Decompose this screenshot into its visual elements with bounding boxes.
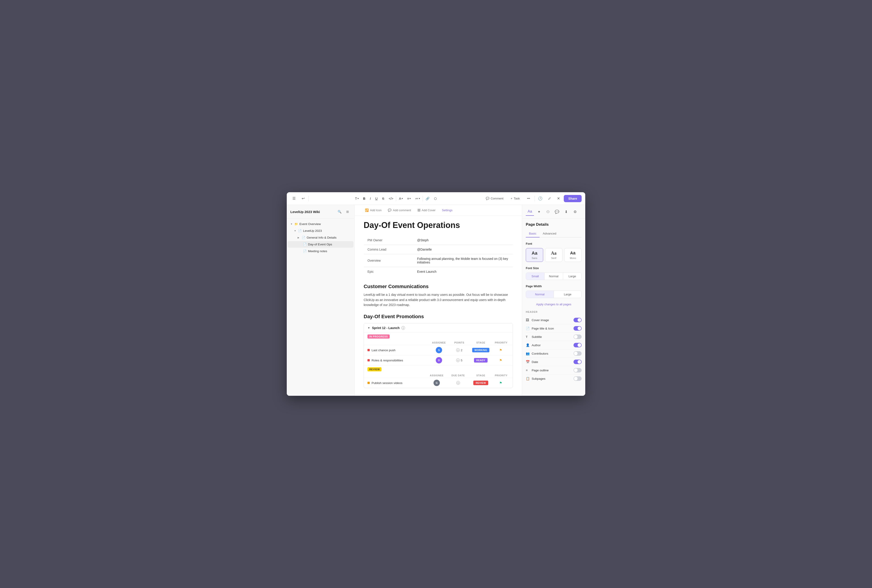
- page-width-normal[interactable]: Normal: [526, 291, 554, 298]
- sprint-block: ▼ Sprint 12 - Launch ℹ IN PROGRESS ASSIG…: [364, 323, 513, 388]
- toggle-switch-date[interactable]: [574, 360, 581, 364]
- more-icon: •••: [527, 197, 530, 200]
- align-button[interactable]: ≡ ▾: [406, 196, 412, 201]
- toggle-switch-cover-image[interactable]: [574, 318, 581, 322]
- sprint-name: Sprint 12 - Launch: [372, 326, 400, 330]
- sidebar-item-day-of-event[interactable]: 📄 Day-of Event Ops: [288, 241, 354, 248]
- page-outline-icon: ≡: [526, 368, 530, 372]
- text-tool-button[interactable]: T ▾: [353, 196, 361, 201]
- task-dot-red: [367, 349, 370, 351]
- task-assignee-cell-3: G: [426, 380, 448, 386]
- main-layout: LevelUp 2023 Wiki 🔍 ⊞ ▼ 📁 Event Overview…: [287, 205, 585, 396]
- toggle-switch-subtitle[interactable]: [574, 334, 581, 339]
- add-icon-label: Add Icon: [370, 208, 382, 212]
- color-button[interactable]: A ▾: [397, 196, 405, 201]
- stage-badge: WORKING: [472, 348, 489, 352]
- font-size-small[interactable]: Small: [526, 273, 545, 280]
- font-option-mono[interactable]: Aa Mono: [564, 248, 581, 262]
- section1-text: LevelUp will be a 1 day virtual event to…: [364, 292, 513, 308]
- share-button[interactable]: Share: [564, 195, 581, 202]
- comment-button[interactable]: 💬 Comment: [483, 195, 506, 201]
- back-button[interactable]: ↩: [300, 195, 307, 202]
- toggle-switch-page-title[interactable]: [574, 326, 581, 331]
- subtitle-icon: T: [526, 335, 530, 339]
- add-comment-button[interactable]: 💬 Add comment: [387, 208, 412, 213]
- add-icon-button[interactable]: 🔁 Add Icon: [364, 208, 383, 213]
- toggle-label-subtitle: T Subtitle: [526, 335, 542, 339]
- task-button[interactable]: + Task: [508, 195, 522, 201]
- toggle-switch-subpages[interactable]: [574, 376, 581, 381]
- add-cover-button[interactable]: 🖼 Add Cover: [416, 208, 437, 213]
- page-content: Day-Of Event Operations PM Owner @Steph …: [355, 216, 522, 396]
- task-label: Task: [514, 197, 520, 200]
- sprint-info-icon[interactable]: ℹ: [402, 326, 405, 330]
- panel-tab-advanced[interactable]: Advanced: [539, 230, 559, 237]
- italic-button[interactable]: I: [368, 196, 373, 201]
- media-button[interactable]: ⬡: [432, 196, 439, 201]
- underline-button[interactable]: U: [374, 196, 379, 201]
- panel-magic-button[interactable]: ✦: [535, 208, 543, 216]
- font-size-normal[interactable]: Normal: [545, 273, 563, 280]
- add-cover-icon: 🖼: [418, 208, 420, 212]
- link-button[interactable]: 🔗: [424, 196, 431, 201]
- sidebar-item-meeting-notes[interactable]: 📄 Meeting notes: [288, 248, 354, 254]
- history-button[interactable]: 🕐: [536, 195, 544, 202]
- chevron-down-icon-2: ▼: [294, 230, 297, 232]
- list-button[interactable]: ≔ ▾: [414, 196, 422, 201]
- font-size-large[interactable]: Large: [563, 273, 581, 280]
- page-width-large[interactable]: Large: [554, 291, 581, 298]
- add-cover-label: Add Cover: [422, 208, 436, 212]
- bold-button[interactable]: B: [361, 196, 367, 201]
- toolbar-right: 💬 Comment + Task ••• 🕐 ⤢ ✕ Share: [483, 195, 581, 202]
- doc-icon: 📄: [298, 229, 302, 232]
- sidebar-header-icons: 🔍 ⊞: [336, 208, 351, 215]
- panel-tabs: Basic Advanced: [526, 230, 581, 237]
- sidebar-layout-button[interactable]: ⊞: [345, 208, 351, 215]
- col-stage-2: STAGE: [468, 374, 493, 377]
- strikethrough-button[interactable]: S: [381, 196, 386, 201]
- settings-button[interactable]: Settings: [440, 208, 454, 213]
- panel-content: Page Details Basic Advanced Font Aa Sans…: [522, 219, 585, 386]
- task-priority-cell-2: ⚑: [493, 358, 509, 362]
- sidebar-item-event-overview[interactable]: ▼ 📁 Event Overview: [288, 221, 354, 227]
- panel-tab-basic[interactable]: Basic: [526, 230, 539, 237]
- task-name-2: Roles & responsibilities: [372, 358, 403, 362]
- panel-collab-button[interactable]: ⚇: [544, 208, 552, 216]
- toolbar-divider-2: [396, 196, 396, 201]
- font-size-label: Font Size: [526, 266, 581, 270]
- sidebar-item-general-info[interactable]: ▶ 📄 General Info & Details: [288, 234, 354, 241]
- panel-comment-button[interactable]: 💬: [553, 208, 561, 216]
- col-assignee-2: ASSIGNEE: [426, 374, 448, 377]
- panel-text-style-button[interactable]: Aa: [526, 208, 534, 216]
- toggle-label-contributors: 👥 Contributors: [526, 352, 548, 355]
- sidebar-search-button[interactable]: 🔍: [336, 208, 343, 215]
- table-row: Comms Lead @Danielle: [364, 245, 513, 254]
- task-columns-header: ASSIGNEE POINTS STAGE PRIORITY: [364, 340, 512, 345]
- field-name: Epic: [364, 267, 414, 276]
- task-name-3: Publish session videos: [372, 381, 403, 385]
- cover-image-label: Cover image: [532, 318, 549, 322]
- close-button[interactable]: ✕: [555, 195, 562, 202]
- folder-icon: 📁: [294, 222, 298, 226]
- cover-image-icon: 🖼: [526, 318, 530, 322]
- sidebar-item-label-4: Day-of Event Ops: [308, 243, 332, 246]
- task-name-cell-3: Publish session videos: [367, 381, 426, 385]
- task-row: Roles & responsibilities D ◎ 5 READY: [364, 355, 512, 365]
- more-button[interactable]: •••: [524, 195, 533, 201]
- toggle-switch-author[interactable]: [574, 343, 581, 347]
- expand-button[interactable]: ⤢: [546, 195, 553, 202]
- font-option-serif[interactable]: Aa Serif: [545, 248, 562, 262]
- code-button[interactable]: </>: [387, 196, 395, 201]
- hamburger-button[interactable]: ☰: [291, 195, 298, 202]
- toggle-switch-page-outline[interactable]: [574, 368, 581, 372]
- apply-changes-link[interactable]: Apply changes to all pages: [526, 303, 581, 306]
- toggle-switch-contributors[interactable]: [574, 351, 581, 356]
- panel-settings-button[interactable]: ⚙: [571, 208, 579, 216]
- sidebar-item-levelup-2023[interactable]: ▼ 📄 LevelUp 2023: [288, 228, 354, 234]
- panel-export-button[interactable]: ⬇: [562, 208, 570, 216]
- table-row: Overview Following annual planning, the …: [364, 254, 513, 267]
- col-stage: STAGE: [468, 341, 493, 344]
- settings-label: Settings: [442, 208, 452, 212]
- font-option-sans[interactable]: Aa Sans: [526, 248, 543, 262]
- toggle-row-subpages: 📋 Subpages: [526, 375, 581, 382]
